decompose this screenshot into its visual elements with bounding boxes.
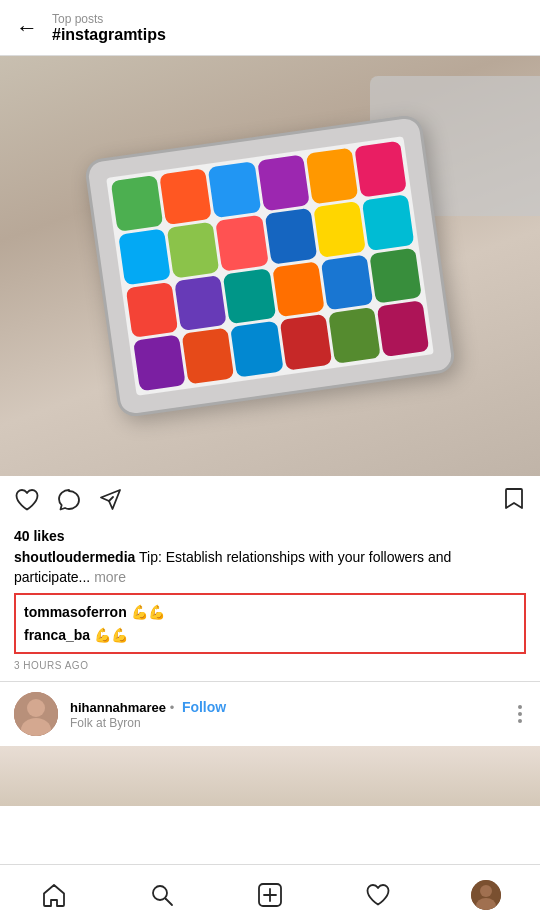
user-avatar[interactable] bbox=[14, 692, 58, 736]
svg-point-2 bbox=[27, 699, 45, 717]
hashtag-title: #instagramtips bbox=[52, 26, 166, 44]
caption-username[interactable]: shoutloudermedia bbox=[14, 549, 135, 565]
post-time: 3 HOURS AGO bbox=[0, 660, 540, 681]
comment-1-username[interactable]: tommasoferron bbox=[24, 604, 127, 620]
nav-profile[interactable] bbox=[461, 870, 511, 920]
nav-search[interactable] bbox=[137, 870, 187, 920]
suggested-user-row: hihannahmaree • Follow Folk at Byron bbox=[0, 682, 540, 746]
comment-1-text: 💪💪 bbox=[127, 604, 165, 620]
likes-count: 40 likes bbox=[0, 528, 540, 548]
separator: • bbox=[166, 700, 178, 715]
avatar-image bbox=[14, 692, 58, 736]
more-options-button[interactable] bbox=[514, 701, 526, 727]
dot-1 bbox=[518, 705, 522, 709]
left-actions bbox=[14, 487, 124, 517]
tablet-screen bbox=[106, 136, 434, 396]
svg-line-5 bbox=[166, 898, 173, 905]
bookmark-button[interactable] bbox=[502, 486, 526, 518]
follow-button[interactable]: Follow bbox=[182, 699, 226, 715]
dot-2 bbox=[518, 712, 522, 716]
comment-2: franca_ba 💪💪 bbox=[24, 624, 516, 646]
user-handle[interactable]: hihannahmaree bbox=[70, 700, 166, 715]
nav-activity[interactable] bbox=[353, 870, 403, 920]
user-info: hihannahmaree • Follow Folk at Byron bbox=[70, 698, 514, 730]
user-handle-row: hihannahmaree • Follow bbox=[70, 698, 514, 716]
comment-2-username[interactable]: franca_ba bbox=[24, 627, 90, 643]
post-caption: shoutloudermedia Tip: Establish relation… bbox=[0, 548, 540, 593]
nav-home[interactable] bbox=[29, 870, 79, 920]
bottom-nav bbox=[0, 864, 540, 924]
dot-3 bbox=[518, 719, 522, 723]
header-text: Top posts #instagramtips bbox=[52, 12, 166, 44]
svg-line-0 bbox=[109, 497, 113, 501]
header: ← Top posts #instagramtips bbox=[0, 0, 540, 56]
top-posts-label: Top posts bbox=[52, 12, 166, 26]
comment-1: tommasoferron 💪💪 bbox=[24, 601, 516, 623]
comment-button[interactable] bbox=[56, 487, 82, 517]
svg-point-10 bbox=[480, 885, 492, 897]
bottom-spacer bbox=[0, 806, 540, 866]
nav-add[interactable] bbox=[245, 870, 295, 920]
share-button[interactable] bbox=[98, 487, 124, 517]
tablet-mockup bbox=[84, 114, 457, 419]
user-bio: Folk at Byron bbox=[70, 716, 514, 730]
profile-avatar bbox=[471, 880, 501, 910]
caption-more[interactable]: more bbox=[90, 569, 126, 585]
back-button[interactable]: ← bbox=[16, 15, 38, 41]
comment-2-text: 💪💪 bbox=[90, 627, 128, 643]
post-actions bbox=[0, 476, 540, 528]
like-button[interactable] bbox=[14, 487, 40, 517]
post-image bbox=[0, 56, 540, 476]
next-post-preview bbox=[0, 746, 540, 806]
comments-highlight-box: tommasoferron 💪💪 franca_ba 💪💪 bbox=[14, 593, 526, 654]
